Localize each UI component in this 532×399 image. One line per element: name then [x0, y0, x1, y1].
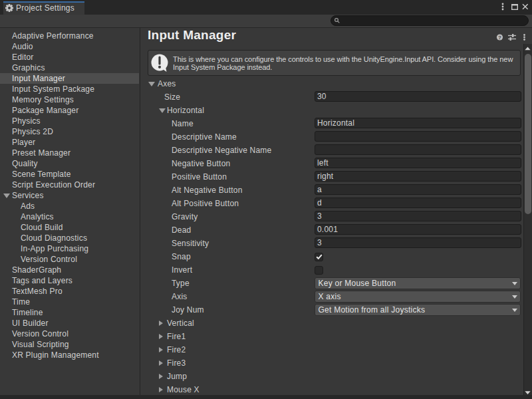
svg-text:?: ? — [498, 35, 501, 41]
